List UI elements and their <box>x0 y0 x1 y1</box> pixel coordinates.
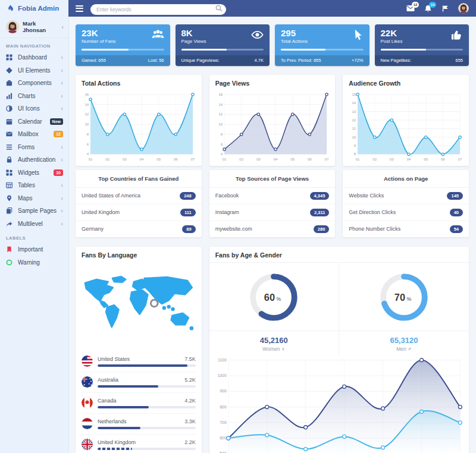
sidebar-label-warning[interactable]: Warning <box>0 256 68 269</box>
sidebar: Fobia Admin Mark Jhonsan ‹ MAIN NAVIGATI… <box>0 0 69 453</box>
svg-text:07: 07 <box>324 157 328 161</box>
flag-button[interactable] <box>441 5 449 12</box>
sidebar-label-important[interactable]: Important <box>0 243 68 256</box>
sidebar-item-label: Important <box>18 246 63 253</box>
men-donut-chart: 70 % <box>377 270 431 325</box>
men-column: 70 % 65,3120 Men ♂ <box>339 263 469 354</box>
bottom-row: Fans By Language <box>76 247 469 453</box>
sidebar-item-authentication[interactable]: Authentication‹ <box>0 153 68 166</box>
svg-text:10: 10 <box>218 122 223 126</box>
svg-text:6: 6 <box>87 141 89 146</box>
svg-text:900: 900 <box>220 389 227 393</box>
cursor-icon <box>350 29 364 40</box>
language-row-canada: Canada4.2K <box>82 393 196 414</box>
sidebar-item-charts[interactable]: Charts‹ <box>0 90 68 103</box>
women-column: 60 % 45,2160 Women ♀ <box>209 263 339 354</box>
list-item[interactable]: Facebook4,345 <box>209 188 336 205</box>
chart-title: Total Actions <box>82 80 197 87</box>
list-item[interactable]: Germany89 <box>76 221 202 237</box>
language-progress-bar <box>98 364 196 367</box>
list-item[interactable]: United Kingdom111 <box>76 205 202 221</box>
list-item-label: United Kingdom <box>82 209 120 215</box>
sidebar-item-sample-pages[interactable]: Sample Pages‹ <box>0 205 68 218</box>
thumbs-up-icon <box>450 29 464 40</box>
stat-card-page-views: 8KPage ViewsUnique Pageviews:4.7K <box>176 24 270 66</box>
language-list: United States7.5KAustralia5.2KCanada4.2K… <box>76 350 202 453</box>
search-input[interactable] <box>90 4 226 15</box>
brand[interactable]: Fobia Admin <box>0 0 68 17</box>
svg-text:06: 06 <box>174 157 178 161</box>
sidebar-item-label: Sample Pages <box>18 207 61 214</box>
svg-text:01: 01 <box>356 157 360 161</box>
list-item[interactable]: Get Direction Clicks40 <box>343 205 469 221</box>
sidebar-item-tables[interactable]: Tables‹ <box>0 179 68 192</box>
list-title: Top Countries of Fans Gained <box>76 170 202 188</box>
sidebar-item-components[interactable]: Components‹ <box>0 77 68 90</box>
gender-columns: 60 % 45,2160 Women ♀ 70 % 65,3120 Men ♂ <box>209 263 469 354</box>
count-badge: 280 <box>314 225 330 233</box>
sidebar-item-multilevel[interactable]: Multilevel‹ <box>0 218 68 231</box>
messages-button[interactable]: 12 <box>406 5 415 12</box>
nav-section-labels: LABELS <box>0 230 68 243</box>
map-pin-icon <box>6 195 12 202</box>
audience-growth-chart: 8910111213141501020304050607 <box>347 89 464 164</box>
svg-text:16: 16 <box>84 92 89 96</box>
chevron-left-icon: ‹ <box>61 54 63 61</box>
list-item-label: Germany <box>82 226 104 232</box>
language-country: United States <box>98 356 130 362</box>
flag-nl-icon <box>82 418 93 429</box>
sidebar-item-widgets[interactable]: Widgets10 <box>0 166 68 180</box>
svg-text:4: 4 <box>87 152 89 156</box>
user-avatar-button[interactable] <box>458 3 469 14</box>
stat-card-number-of-fans: 23KNumber of FansGained: 655Lost: 56 <box>76 24 170 66</box>
grid-icon <box>6 54 12 61</box>
chevron-left-icon: ‹ <box>61 195 63 202</box>
sidebar-item-ui-elements[interactable]: UI Elements‹ <box>0 64 68 77</box>
list-item[interactable]: Phone Number Clicks54 <box>343 221 469 237</box>
sidebar-item-label: UI Elements <box>18 67 61 74</box>
list-title: Top Sources of Page Views <box>209 170 336 188</box>
sidebar-item-mailbox[interactable]: Mailbox12 <box>0 128 68 141</box>
fans-by-language-card: Fans By Language <box>76 247 202 453</box>
search-icon[interactable] <box>215 5 223 12</box>
count-badge: 248 <box>180 192 196 200</box>
diamond-icon <box>6 67 12 74</box>
flag-icon <box>441 5 449 12</box>
flag-uk-icon <box>82 439 93 450</box>
svg-text:07: 07 <box>458 157 462 161</box>
list-item[interactable]: mywebsite.com280 <box>209 221 336 237</box>
flag-us-icon <box>82 356 93 367</box>
chevron-left-icon: ‹ <box>61 80 63 86</box>
men-label: Men ♂ <box>339 346 469 354</box>
notifications-button[interactable]: 14 <box>424 5 432 12</box>
hamburger-menu-icon[interactable] <box>74 4 84 14</box>
flag-ca-icon <box>82 397 93 408</box>
stat-progress-bar <box>82 49 164 51</box>
svg-text:04: 04 <box>140 157 144 161</box>
list-item[interactable]: United States of America248 <box>76 188 202 205</box>
women-donut-chart: 60 % <box>246 270 301 325</box>
list-item[interactable]: Instagram2,311 <box>209 205 336 221</box>
avatar-photo <box>458 3 469 14</box>
svg-text:13: 13 <box>352 109 356 113</box>
sidebar-item-forms[interactable]: Forms‹ <box>0 141 68 154</box>
chevron-left-icon: ‹ <box>61 67 63 74</box>
total-actions-card: Total Actions 4681012141601020304050607 <box>76 75 202 166</box>
sidebar-item-ui-icons[interactable]: UI Icons‹ <box>0 102 68 115</box>
svg-text:04: 04 <box>407 157 411 161</box>
chevron-left-icon: ‹ <box>61 93 63 99</box>
sidebar-item-maps[interactable]: Maps‹ <box>0 192 68 205</box>
user-name: Mark Jhonsan <box>23 20 58 33</box>
svg-text:14: 14 <box>218 102 223 106</box>
sidebar-badge: 12 <box>54 131 63 137</box>
stat-progress-bar <box>381 49 464 51</box>
map-marker-icon[interactable] <box>151 300 158 307</box>
language-value: 2.2K <box>184 439 196 445</box>
sidebar-item-label: Multilevel <box>18 221 61 227</box>
sidebar-item-calendar[interactable]: CalendarNew <box>0 115 68 128</box>
stat-foot-left: Gained: 655 <box>82 58 106 63</box>
user-menu[interactable]: Mark Jhonsan ‹ <box>0 17 68 38</box>
list-item[interactable]: Website Clicks145 <box>343 188 469 205</box>
world-map-box <box>76 262 202 350</box>
sidebar-item-dashboard[interactable]: Dashboard‹ <box>0 51 68 64</box>
